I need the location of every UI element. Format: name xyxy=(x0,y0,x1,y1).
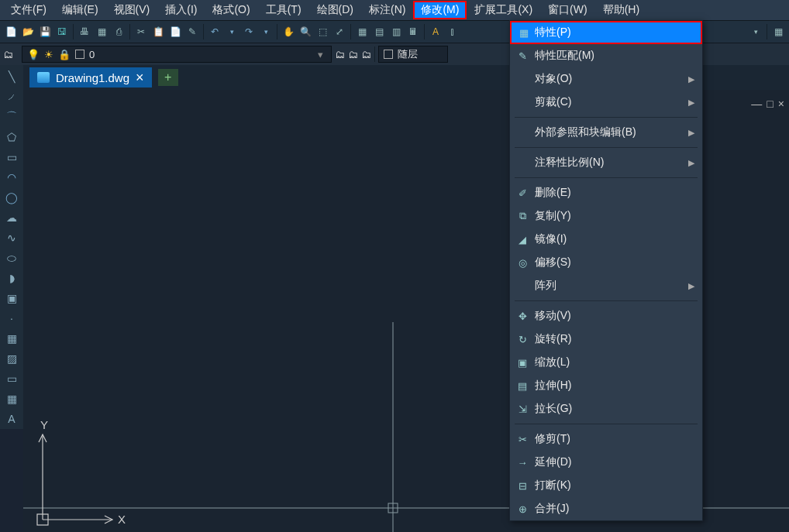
menu-item[interactable]: ✥移动(V) xyxy=(510,304,702,328)
properties-icon[interactable]: ▦ xyxy=(354,24,370,39)
menu-item[interactable]: →延伸(D) xyxy=(510,451,702,474)
menu-item-label: 复制(Y) xyxy=(535,209,571,223)
text-icon[interactable]: A xyxy=(2,410,21,428)
menu-item[interactable]: 阵列▶ xyxy=(510,274,702,297)
chevron-down-icon: ▾ xyxy=(314,49,326,60)
new-icon[interactable]: 📄 xyxy=(3,24,19,39)
table-icon[interactable]: ▦ xyxy=(2,390,21,408)
preview-icon[interactable]: ▦ xyxy=(94,24,109,39)
block-icon[interactable]: ▣ xyxy=(2,289,21,307)
design-center-icon[interactable]: ▤ xyxy=(371,24,387,39)
redo-icon[interactable]: ↷ xyxy=(241,24,257,39)
ucs-x-label: X xyxy=(118,513,126,526)
xline-icon[interactable]: ⟋ xyxy=(2,88,21,106)
menu-extend-tools[interactable]: 扩展工具(X) xyxy=(467,1,540,19)
rectangle-icon[interactable]: ▭ xyxy=(2,148,21,166)
undo-icon[interactable]: ↶ xyxy=(207,24,222,39)
arc-icon[interactable]: ⌒ xyxy=(2,108,21,126)
menu-view[interactable]: 视图(V) xyxy=(106,1,158,19)
menu-item[interactable]: ◢镜像(I) xyxy=(510,228,702,251)
redo-dd-icon[interactable]: ▾ xyxy=(258,24,274,39)
menu-item[interactable]: ⊟打断(K) xyxy=(510,474,702,497)
menu-item[interactable]: ▦特性(P) xyxy=(510,21,702,44)
menu-item[interactable]: ⧉复制(Y) xyxy=(510,204,702,228)
workspace-dd-icon[interactable]: ▾ xyxy=(748,24,763,39)
calc-icon[interactable]: 🖩 xyxy=(405,24,421,39)
ellipse-arc-icon[interactable]: ◗ xyxy=(2,269,21,287)
menu-item[interactable]: ✎特性匹配(M) xyxy=(510,44,702,67)
menu-file[interactable]: 文件(F) xyxy=(3,1,54,19)
tab-close-icon[interactable]: × xyxy=(136,70,144,86)
revision-cloud-icon[interactable]: ☁ xyxy=(2,208,21,227)
layer-filter-icon[interactable]: 🗂 xyxy=(361,49,371,60)
minimize-icon[interactable]: — xyxy=(751,98,762,110)
menu-item[interactable]: ▤拉伸(H) xyxy=(510,374,702,397)
print-icon[interactable]: 🖶 xyxy=(77,24,92,39)
menu-help[interactable]: 帮助(H) xyxy=(595,1,647,19)
layer-prev-icon[interactable]: 🗂 xyxy=(335,49,345,60)
open-icon[interactable]: 📂 xyxy=(20,24,36,39)
pan-icon[interactable]: ✋ xyxy=(281,24,296,39)
drawing-tab[interactable]: Drawing1.dwg × xyxy=(29,67,152,88)
menu-item[interactable]: ▣缩放(L) xyxy=(510,351,702,374)
circle-icon[interactable]: ◯ xyxy=(2,188,21,207)
paste-icon[interactable]: 📄 xyxy=(167,24,183,39)
zoom-extents-icon[interactable]: ⤢ xyxy=(332,24,347,39)
modify-menu-dropdown: ▦特性(P)✎特性匹配(M)对象(O)▶剪裁(C)▶外部参照和块编辑(B)▶注释… xyxy=(509,20,703,521)
menu-item[interactable]: ⇲拉长(G) xyxy=(510,397,702,420)
layer-combo[interactable]: 💡 ☀ 🔒 0 ▾ xyxy=(22,46,332,63)
menu-dimension[interactable]: 标注(N) xyxy=(361,1,413,19)
dim-style-icon[interactable]: ⫿ xyxy=(445,24,460,39)
color-combo[interactable]: 随层 xyxy=(378,46,448,63)
menu-item-label: 偏移(S) xyxy=(535,256,571,269)
point-icon[interactable]: ∙ xyxy=(2,309,21,328)
line-icon[interactable]: ╲ xyxy=(2,67,21,86)
menu-item-label: 旋转(R) xyxy=(535,332,571,346)
new-tab-button[interactable]: + xyxy=(158,69,178,86)
menu-modify[interactable]: 修改(M) xyxy=(413,1,467,19)
menu-item[interactable]: 对象(O)▶ xyxy=(510,67,702,91)
region-icon[interactable]: ▭ xyxy=(2,369,21,388)
menu-item[interactable]: ✂修剪(T) xyxy=(510,427,702,451)
layer-manager-icon[interactable]: 🗂 xyxy=(3,49,19,60)
spline-icon[interactable]: ∿ xyxy=(2,228,21,247)
save-all-icon[interactable]: 🖫 xyxy=(54,24,70,39)
maximize-icon[interactable]: □ xyxy=(767,98,773,110)
menu-item[interactable]: 注释性比例(N)▶ xyxy=(510,151,702,174)
zoom-window-icon[interactable]: ⬚ xyxy=(315,24,330,39)
gradient-icon[interactable]: ▨ xyxy=(2,349,21,368)
layer-state-icon[interactable]: 🗂 xyxy=(348,49,358,60)
zoom-icon[interactable]: 🔍 xyxy=(298,24,313,39)
publish-icon[interactable]: ⎙ xyxy=(111,24,126,39)
menu-item[interactable]: 外部参照和块编辑(B)▶ xyxy=(510,121,702,144)
cut-icon[interactable]: ✂ xyxy=(133,24,149,39)
menu-draw[interactable]: 绘图(D) xyxy=(309,1,361,19)
menu-item[interactable]: ↻旋转(R) xyxy=(510,328,702,351)
tool-palettes-icon[interactable]: ▥ xyxy=(388,24,404,39)
match-icon[interactable]: ✎ xyxy=(184,24,200,39)
undo-dd-icon[interactable]: ▾ xyxy=(224,24,239,39)
menu-tools[interactable]: 工具(T) xyxy=(258,1,309,19)
menu-insert[interactable]: 插入(I) xyxy=(157,1,205,19)
menu-item-icon: ▤ xyxy=(516,380,529,392)
menu-item[interactable]: 剪裁(C)▶ xyxy=(510,91,702,114)
menu-item-label: 打断(K) xyxy=(535,479,571,493)
menu-edit[interactable]: 编辑(E) xyxy=(54,1,106,19)
close-icon[interactable]: × xyxy=(778,98,784,110)
menu-separator xyxy=(515,177,698,178)
text-style-icon[interactable]: A xyxy=(428,24,443,39)
menu-format[interactable]: 格式(O) xyxy=(205,1,257,19)
ellipse-icon[interactable]: ⬭ xyxy=(2,249,21,267)
copy-icon[interactable]: 📋 xyxy=(150,24,166,39)
menu-item[interactable]: ✐删除(E) xyxy=(510,181,702,204)
menu-item[interactable]: ◎偏移(S) xyxy=(510,251,702,274)
save-icon[interactable]: 💾 xyxy=(37,24,53,39)
file-icon xyxy=(37,72,50,83)
menu-window[interactable]: 窗口(W) xyxy=(540,1,595,19)
grid-icon[interactable]: ▦ xyxy=(770,24,786,39)
polygon-icon[interactable]: ⬠ xyxy=(2,128,21,146)
menu-bar: 文件(F) 编辑(E) 视图(V) 插入(I) 格式(O) 工具(T) 绘图(D… xyxy=(0,0,789,20)
hatch-icon[interactable]: ▦ xyxy=(2,329,21,348)
menu-item[interactable]: ⊕合并(J) xyxy=(510,497,702,520)
arc3p-icon[interactable]: ◠ xyxy=(2,168,21,187)
